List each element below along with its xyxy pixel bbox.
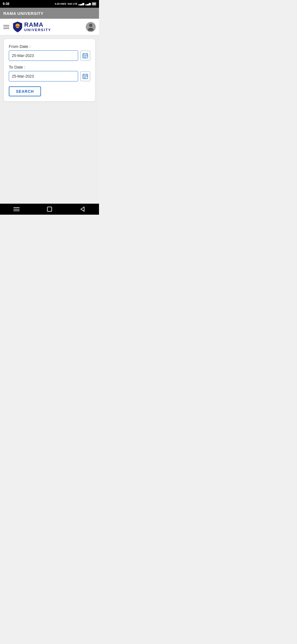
network-type: VoD LTE [67,2,77,5]
to-date-row [9,71,90,81]
nav-back-icon [80,206,85,212]
logo-name2: UNIVERSITY [24,28,51,32]
svg-rect-8 [84,56,84,56]
svg-rect-11 [84,57,84,58]
nav-home-icon [47,206,52,212]
svg-rect-12 [85,57,86,58]
svg-point-3 [88,28,94,31]
battery-icon: 89 [92,2,96,6]
nav-menu-button[interactable] [11,204,22,215]
svg-rect-19 [86,77,87,77]
person-icon [87,23,94,31]
from-date-input[interactable] [9,50,78,61]
from-date-label: From Date : [9,44,90,49]
signal-icon2: ▂▄▆ [85,2,91,5]
app-bar: RAMA UNIVERSITY [0,8,99,19]
university-logo: RAMA [13,21,23,33]
nav-menu-icon [13,207,20,211]
to-date-calendar-button[interactable] [80,71,90,81]
status-time: 9:38 [3,2,9,6]
svg-rect-17 [84,77,84,77]
network-speed: 0.25 KB/S [55,2,67,5]
signal-icon: ▂▄▆ [78,2,84,5]
nav-home-button[interactable] [44,204,55,215]
nav-back-button[interactable] [77,204,88,215]
svg-marker-26 [81,207,84,211]
svg-rect-9 [85,56,86,56]
status-bar: 9:38 0.25 KB/S VoD LTE ▂▄▆ ▂▄▆ 89 [0,0,99,8]
header-left: RAMA RAMA UNIVERSITY [3,21,51,33]
profile-avatar[interactable] [86,22,96,32]
header: RAMA RAMA UNIVERSITY [0,19,99,35]
svg-rect-18 [85,77,86,77]
svg-rect-21 [85,78,86,78]
from-date-calendar-button[interactable] [80,51,90,61]
svg-text:RAMA: RAMA [15,26,20,27]
calendar-icon2 [82,73,88,79]
logo-text: RAMA UNIVERSITY [24,21,51,32]
logo-container: RAMA RAMA UNIVERSITY [13,21,51,33]
app-bar-title: RAMA UNIVERSITY [3,11,43,16]
bottom-nav [0,204,99,215]
calendar-icon [82,53,88,58]
logo-name1: RAMA [24,21,51,28]
to-date-input[interactable] [9,71,78,81]
svg-rect-10 [86,56,87,56]
hamburger-menu[interactable] [3,25,9,29]
svg-point-2 [89,24,92,27]
to-date-label: To Date : [9,65,90,69]
search-card: From Date : To Date : [4,39,95,101]
search-button[interactable]: SEARCH [9,86,41,96]
main-content: From Date : To Date : [0,35,99,204]
svg-rect-20 [84,78,84,78]
status-indicators: 0.25 KB/S VoD LTE ▂▄▆ ▂▄▆ 89 [55,2,97,6]
svg-rect-25 [47,207,52,211]
from-date-row [9,50,90,61]
